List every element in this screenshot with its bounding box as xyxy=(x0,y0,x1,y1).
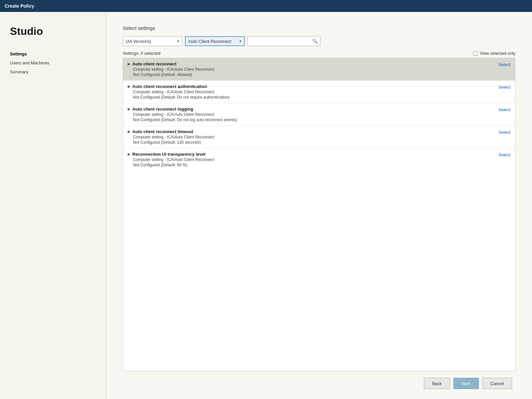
setting-info-auto-client-reconnect-logging: ▶Auto client reconnect loggingComputer s… xyxy=(128,107,492,122)
back-button[interactable]: Back xyxy=(424,378,450,389)
sidebar-nav: SettingsUsers and MachinesSummary xyxy=(10,51,96,75)
setting-detail2: Not Configured (Default: 80 %) xyxy=(128,163,492,167)
setting-detail1: Computer setting - ICA\Auto Client Recon… xyxy=(128,112,492,117)
app-name: Studio xyxy=(10,25,96,38)
setting-name-text: Auto client reconnect authentication xyxy=(132,84,207,89)
setting-detail2: Not Configured (Default: 120 seconds) xyxy=(128,140,492,145)
setting-info-auto-client-reconnect-timeout: ▶Auto client reconnect timeoutComputer s… xyxy=(128,129,492,145)
sidebar-item-settings[interactable]: Settings xyxy=(10,51,96,57)
sidebar: Studio SettingsUsers and MachinesSummary xyxy=(0,12,106,399)
setting-row: ▶Auto client reconnect loggingComputer s… xyxy=(123,103,515,126)
select-link-auto-client-reconnect[interactable]: Select xyxy=(499,61,510,67)
select-link-reconnection-ui-transparency[interactable]: Select xyxy=(499,152,510,157)
search-input[interactable] xyxy=(247,36,320,46)
version-filter-wrapper[interactable]: (All Versions) ▼ xyxy=(123,36,182,46)
select-link-auto-client-reconnect-timeout[interactable]: Select xyxy=(499,129,510,135)
cancel-button[interactable]: Cancel xyxy=(482,378,512,389)
setting-detail1: Computer setting - ICA\Auto Client Recon… xyxy=(128,90,492,94)
title-bar-label: Create Policy xyxy=(5,3,34,9)
setting-detail1: Computer setting - ICA\Auto Client Recon… xyxy=(128,135,492,139)
expand-arrow-icon[interactable]: ▶ xyxy=(128,107,130,111)
bottom-buttons: Back Next Cancel xyxy=(123,378,515,389)
main-layout: Studio SettingsUsers and MachinesSummary… xyxy=(0,12,532,399)
expand-arrow-icon[interactable]: ▶ xyxy=(128,85,130,88)
setting-detail2: Not Configured (Default: Do not require … xyxy=(128,95,492,100)
settings-table: ▶Auto client reconnectComputer setting -… xyxy=(123,58,515,371)
setting-detail2: Not Configured (Default: Do not log auto… xyxy=(128,118,492,122)
setting-name-auto-client-reconnect: ▶Auto client reconnect xyxy=(128,61,492,66)
setting-detail1: Computer setting - ICA\Auto Client Recon… xyxy=(128,157,492,162)
setting-name-auto-client-reconnect-logging: ▶Auto client reconnect logging xyxy=(128,107,492,112)
setting-row: ▶Reconnection UI transparency levelCompu… xyxy=(123,148,515,171)
select-link-auto-client-reconnect-logging[interactable]: Select xyxy=(499,107,510,112)
settings-count: Settings: 0 selected xyxy=(123,51,160,56)
sidebar-item-summary[interactable]: Summary xyxy=(10,69,96,75)
setting-name-text: Reconnection UI transparency level xyxy=(132,152,205,157)
content-area: Select settings (All Versions) ▼ Auto Cl… xyxy=(106,12,532,399)
setting-info-reconnection-ui-transparency: ▶Reconnection UI transparency levelCompu… xyxy=(128,152,492,167)
category-filter[interactable]: Auto Client Reconnect xyxy=(185,36,245,46)
setting-info-auto-client-reconnect: ▶Auto client reconnectComputer setting -… xyxy=(128,61,492,77)
setting-row: ▶Auto client reconnect timeoutComputer s… xyxy=(123,126,515,148)
setting-name-auto-client-reconnect-auth: ▶Auto client reconnect authentication xyxy=(128,84,492,89)
setting-name-auto-client-reconnect-timeout: ▶Auto client reconnect timeout xyxy=(128,129,492,134)
setting-info-auto-client-reconnect-auth: ▶Auto client reconnect authenticationCom… xyxy=(128,84,492,100)
filter-row: (All Versions) ▼ Auto Client Reconnect ▼… xyxy=(123,36,515,46)
search-box-wrapper[interactable]: 🔍 xyxy=(247,36,320,46)
next-button[interactable]: Next xyxy=(453,378,479,389)
view-selected-label[interactable]: View selected only xyxy=(473,51,515,56)
setting-name-text: Auto client reconnect xyxy=(132,61,176,66)
settings-bar: Settings: 0 selected View selected only xyxy=(123,51,515,56)
title-bar: Create Policy xyxy=(0,0,532,12)
sidebar-item-users-and-machines[interactable]: Users and Machines xyxy=(10,60,96,66)
setting-detail1: Computer setting - ICA\Auto Client Recon… xyxy=(128,67,492,72)
version-filter[interactable]: (All Versions) xyxy=(123,36,182,46)
setting-name-reconnection-ui-transparency: ▶Reconnection UI transparency level xyxy=(128,152,492,157)
expand-arrow-icon[interactable]: ▶ xyxy=(128,62,130,66)
expand-arrow-icon[interactable]: ▶ xyxy=(128,130,130,133)
view-selected-checkbox[interactable] xyxy=(473,51,478,56)
select-link-auto-client-reconnect-auth[interactable]: Select xyxy=(499,84,510,90)
setting-detail2: Not Configured (Default: Allowed) xyxy=(128,72,492,77)
category-filter-wrapper[interactable]: Auto Client Reconnect ▼ xyxy=(185,36,245,46)
expand-arrow-icon[interactable]: ▶ xyxy=(128,152,130,156)
section-title: Select settings xyxy=(123,25,515,31)
setting-row: ▶Auto client reconnect authenticationCom… xyxy=(123,81,515,103)
setting-row: ▶Auto client reconnectComputer setting -… xyxy=(123,58,515,81)
setting-name-text: Auto client reconnect logging xyxy=(132,107,193,112)
setting-name-text: Auto client reconnect timeout xyxy=(132,129,193,134)
